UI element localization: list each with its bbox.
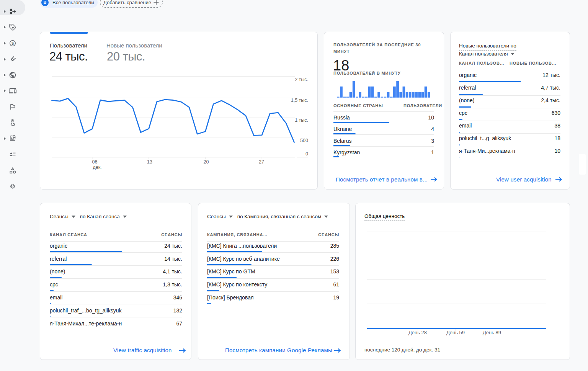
svg-text:06: 06 xyxy=(92,159,98,165)
svg-text:дек.: дек. xyxy=(93,165,101,170)
svg-text:500: 500 xyxy=(300,138,308,143)
svg-text:2 тыс.: 2 тыс. xyxy=(295,77,308,82)
svg-text:27: 27 xyxy=(259,159,264,165)
svg-text:1 тыс.: 1 тыс. xyxy=(295,118,308,123)
svg-text:0: 0 xyxy=(305,151,308,157)
svg-text:20: 20 xyxy=(204,159,209,165)
svg-text:$: $ xyxy=(11,41,14,46)
svg-text:13: 13 xyxy=(147,159,152,165)
svg-text:1,5 тыс.: 1,5 тыс. xyxy=(291,98,308,103)
